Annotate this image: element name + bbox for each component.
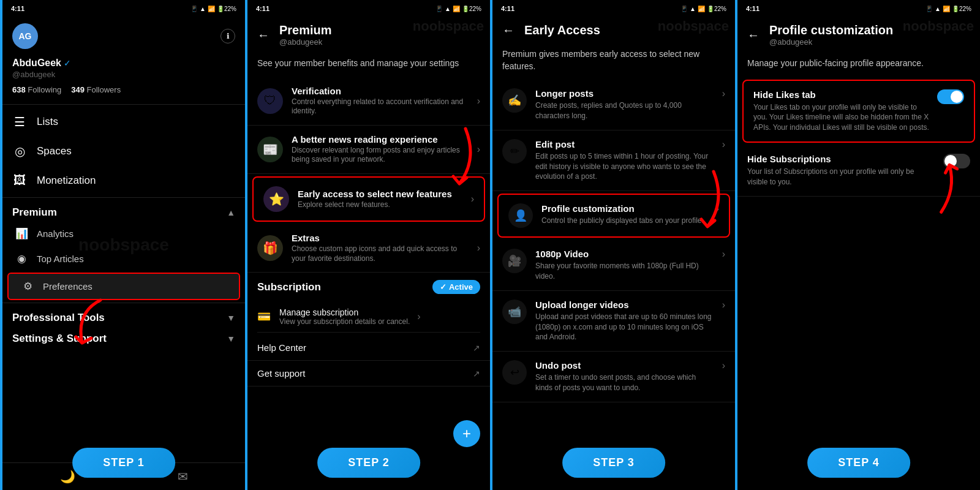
video-title: 1080p Video	[535, 249, 714, 259]
following-stat: 638 Following	[12, 85, 61, 94]
extras-item[interactable]: 🎁 Extras Choose custom app icons and add…	[247, 224, 490, 273]
nav-spaces[interactable]: ◎ Spaces	[2, 137, 245, 166]
external-link-icon: ↗	[473, 343, 480, 353]
help-center-title: Help Center	[257, 342, 306, 353]
sidebar-item-preferences[interactable]: ⚙ Preferences	[7, 273, 240, 300]
hide-likes-item[interactable]: Hide Likes tab Your Likes tab on your pr…	[742, 80, 975, 143]
nav-lists[interactable]: ☰ Lists	[2, 107, 245, 137]
step3-button[interactable]: STEP 3	[562, 448, 665, 478]
avatar[interactable]: AG	[12, 23, 38, 49]
manage-sub-title: Manage subscription	[279, 307, 410, 317]
nav-monetization[interactable]: 🖼 Monetization	[2, 166, 245, 195]
manage-subscription-item[interactable]: 💳 Manage subscription View your subscrip…	[257, 301, 480, 333]
user-name-row: AbduGeek ✓	[2, 55, 245, 70]
undo-chevron-icon: ›	[722, 360, 725, 371]
news-desc: Discover relevant long form posts and en…	[292, 146, 469, 165]
toparticles-label: Top Articles	[37, 254, 84, 264]
early-access-item[interactable]: ⭐ Early access to select new features Ex…	[252, 176, 485, 222]
hide-subscriptions-title: Hide Subscriptions	[747, 154, 936, 164]
time-3: 4:11	[501, 5, 514, 12]
info-icon[interactable]: ℹ	[221, 29, 235, 43]
hide-subscriptions-item[interactable]: Hide Subscriptions Your list of Subscrip…	[737, 145, 980, 197]
monetization-icon: 🖼	[12, 173, 27, 187]
add-button[interactable]: +	[453, 420, 480, 447]
status-icons-2: 📱 ▲ 📶 🔋22%	[435, 6, 481, 12]
undo-post-item[interactable]: ↩ Undo post Set a timer to undo sent pos…	[492, 352, 735, 402]
news-icon: 📰	[257, 137, 283, 162]
toparticles-icon: ◉	[15, 252, 28, 265]
settings-support-header[interactable]: Settings & Support ▼	[2, 326, 245, 347]
undo-title: Undo post	[535, 360, 714, 371]
panel-4: 4:11 📱 ▲ 📶 🔋22% ← Profile customization …	[735, 0, 980, 490]
mail-icon[interactable]: ✉	[178, 469, 188, 484]
premium-desc: See your member benefits and manage your…	[247, 53, 490, 77]
longer-posts-desc: Create posts, replies and Quotes up to 4…	[535, 100, 714, 121]
early-access-title: Early access to select new features	[298, 189, 462, 199]
premium-subtitle: @abdugeek	[279, 37, 332, 47]
longer-videos-desc: Upload and post videos that are up to 60…	[535, 312, 714, 342]
premium-title: Premium	[279, 23, 332, 37]
profile-custom-chevron-icon: ›	[716, 203, 719, 214]
step2-button[interactable]: STEP 2	[317, 448, 420, 478]
verification-item[interactable]: 🛡 Verification Control everything relate…	[247, 77, 490, 126]
status-icons-1: 📱 ▲ 📶 🔋22%	[190, 6, 236, 12]
hide-subscriptions-desc: Your list of Subscriptions on your profi…	[747, 167, 936, 187]
moon-icon[interactable]: 🌙	[60, 469, 75, 484]
back-button-2[interactable]: ←	[257, 28, 270, 42]
news-title: A better news reading experience	[292, 134, 469, 145]
hide-likes-toggle[interactable]	[937, 89, 964, 104]
profile-customization-item[interactable]: 👤 Profile customization Control the publ…	[497, 194, 730, 238]
sidebar-item-toparticles[interactable]: ◉ Top Articles	[2, 246, 245, 271]
status-bar-1: 4:11 📱 ▲ 📶 🔋22%	[2, 0, 245, 17]
professional-tools-header[interactable]: Professional Tools ▼	[2, 306, 245, 326]
verification-desc: Control everything related to account ve…	[292, 97, 469, 116]
longer-posts-item[interactable]: ✍ Longer posts Create posts, replies and…	[492, 80, 735, 130]
edit-post-item[interactable]: ✏ Edit post Edit posts up to 5 times wit…	[492, 130, 735, 191]
hide-likes-title: Hide Likes tab	[753, 89, 930, 100]
hide-subscriptions-toggle[interactable]	[943, 154, 970, 168]
back-button-4[interactable]: ←	[747, 28, 760, 42]
sidebar-item-analytics[interactable]: 📊 Analytics	[2, 221, 245, 246]
monetization-label: Monetization	[37, 175, 96, 187]
step1-button[interactable]: STEP 1	[72, 448, 175, 478]
help-center-item[interactable]: Help Center ↗	[247, 335, 490, 361]
back-button-3[interactable]: ←	[502, 23, 514, 37]
analytics-label: Analytics	[37, 228, 74, 239]
verification-title: Verification	[292, 86, 469, 96]
divider-3	[2, 303, 245, 303]
longer-videos-icon: 📹	[502, 300, 527, 324]
video-desc: Share your favorite moments with 1080p (…	[535, 261, 714, 282]
extras-title: Extras	[292, 233, 469, 243]
time-4: 4:11	[746, 5, 760, 12]
premium-header[interactable]: Premium ▲	[2, 200, 245, 221]
get-support-item[interactable]: Get support ↗	[247, 361, 490, 386]
status-bar-2: 4:11 📱 ▲ 📶 🔋22%	[247, 0, 490, 17]
status-icons-4: 📱 ▲ 📶 🔋22%	[925, 6, 971, 12]
premium-label: Premium	[12, 206, 57, 219]
preferences-label: Preferences	[43, 281, 92, 292]
verification-chevron-icon: ›	[477, 96, 480, 107]
user-handle: @abdugeek	[2, 70, 245, 83]
verified-icon: ✓	[64, 58, 71, 68]
step4-button[interactable]: STEP 4	[807, 448, 910, 478]
profile-custom-title: Profile customization	[541, 203, 707, 214]
early-access-desc: Premium gives members early access to se…	[492, 43, 735, 80]
subscription-title: Subscription	[257, 281, 321, 293]
longer-videos-item[interactable]: 📹 Upload longer videos Upload and post v…	[492, 291, 735, 352]
watermark-2: noobspace	[413, 18, 484, 34]
extras-desc: Choose custom app icons and add quick ac…	[292, 244, 469, 263]
spaces-label: Spaces	[37, 145, 72, 157]
news-chevron-icon: ›	[477, 144, 480, 155]
panel-3: 4:11 📱 ▲ 📶 🔋22% ← Early Access noobspace…	[490, 0, 735, 490]
news-reading-item[interactable]: 📰 A better news reading experience Disco…	[247, 126, 490, 174]
edit-post-title: Edit post	[535, 139, 714, 149]
hide-likes-desc: Your Likes tab on your profile will only…	[753, 102, 930, 133]
early-access-chevron-icon: ›	[471, 194, 474, 205]
watermark-3: noobspace	[658, 18, 729, 34]
extras-icon: 🎁	[257, 235, 283, 261]
manage-sub-chevron-icon: ›	[417, 311, 420, 322]
get-support-external-icon: ↗	[473, 369, 480, 379]
active-label: Active	[449, 282, 473, 292]
1080p-video-item[interactable]: 🎥 1080p Video Share your favorite moment…	[492, 240, 735, 291]
early-access-screen-title: Early Access	[524, 23, 600, 37]
